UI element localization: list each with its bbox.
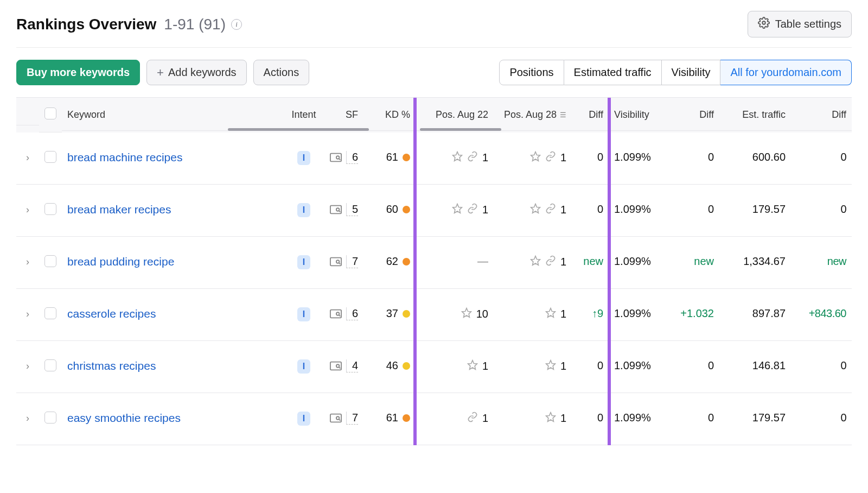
keyword-link[interactable]: bread machine recipes	[67, 151, 182, 163]
pos-current: 1	[499, 203, 566, 217]
star-icon	[545, 359, 556, 373]
svg-point-0	[762, 21, 765, 24]
row-checkbox[interactable]	[44, 255, 56, 267]
star-icon	[530, 151, 541, 165]
position-value: 1	[482, 360, 488, 372]
kd-dot-icon	[403, 258, 410, 266]
expand-row-icon[interactable]: ›	[26, 413, 29, 424]
pos-prev: 1	[421, 203, 488, 217]
visibility-value: 1.099%	[609, 185, 669, 234]
expand-row-icon[interactable]: ›	[26, 152, 29, 163]
svg-line-3	[339, 159, 340, 160]
keyword-link[interactable]: bread maker recipes	[67, 203, 171, 216]
visibility-value: 1.099%	[609, 341, 669, 390]
view-tabs: PositionsEstimated trafficVisibilityAll …	[499, 60, 852, 85]
table-settings-button[interactable]: Table settings	[748, 11, 852, 37]
position-value: 1	[482, 412, 488, 425]
est-traffic-diff: 0	[791, 341, 852, 390]
keyword-link[interactable]: casserole recipes	[67, 307, 156, 320]
sf-count: 6	[346, 307, 358, 320]
position-value: 1	[560, 360, 566, 372]
view-tab[interactable]: Visibility	[662, 60, 721, 85]
pos-diff: 0	[572, 132, 609, 182]
position-value: 1	[560, 151, 566, 164]
view-tab[interactable]: All for yourdomain.com	[720, 60, 852, 85]
table-row: ›bread pudding recipeI762—1new1.099%new1…	[16, 237, 852, 289]
col-sf[interactable]: SF	[324, 99, 363, 131]
visibility-diff: 0	[669, 185, 719, 234]
keyword-link[interactable]: christmas recipes	[67, 359, 156, 372]
view-tab[interactable]: Estimated traffic	[564, 60, 662, 85]
pos-prev: —	[421, 255, 488, 268]
row-checkbox[interactable]	[44, 307, 56, 319]
visibility-value: 1.099%	[609, 237, 669, 286]
star-icon	[530, 255, 541, 269]
pos-diff: new	[572, 237, 609, 286]
svg-line-8	[339, 211, 340, 212]
serp-features-icon[interactable]	[330, 205, 342, 214]
est-traffic-diff: 0	[791, 132, 852, 182]
serp-link-icon	[545, 255, 556, 269]
kd-dot-icon	[403, 206, 410, 213]
position-value: 1	[560, 308, 566, 320]
col-diff2[interactable]: Diff	[669, 99, 719, 131]
position-value: 1	[560, 412, 566, 425]
plus-icon: +	[157, 67, 164, 79]
col-keyword[interactable]: Keyword	[62, 99, 283, 131]
row-checkbox[interactable]	[44, 151, 56, 163]
info-icon[interactable]: i	[231, 19, 242, 30]
intent-badge: I	[297, 412, 310, 426]
serp-features-icon[interactable]	[330, 257, 342, 267]
svg-marker-23	[468, 361, 477, 370]
serp-features-icon[interactable]	[330, 153, 342, 162]
table-row: ›christmas recipesI4461101.099%0146.810	[16, 341, 852, 393]
keyword-link[interactable]: easy smoothie recipes	[67, 412, 181, 424]
select-all-checkbox[interactable]	[44, 108, 56, 119]
col-visibility[interactable]: Visibility	[609, 99, 669, 131]
visibility-diff: new	[669, 237, 719, 286]
sf-count: 7	[346, 412, 358, 425]
kd-value: 61	[386, 151, 398, 163]
visibility-value: 1.099%	[609, 289, 669, 338]
svg-marker-28	[546, 413, 556, 422]
position-value: 1	[560, 256, 566, 268]
svg-line-27	[339, 419, 340, 421]
gear-icon	[758, 17, 770, 31]
position-value: 1	[482, 151, 488, 164]
sf-count: 7	[346, 255, 358, 268]
expand-row-icon[interactable]: ›	[26, 256, 29, 267]
row-checkbox[interactable]	[44, 412, 56, 424]
keyword-link[interactable]: bread pudding recipe	[67, 255, 174, 268]
star-icon	[461, 307, 472, 321]
expand-row-icon[interactable]: ›	[26, 204, 29, 215]
buy-keywords-button[interactable]: Buy more keywords	[16, 60, 140, 85]
col-kd[interactable]: KD %	[363, 99, 416, 131]
col-pos2[interactable]: Pos. Aug 28☰	[494, 99, 572, 131]
star-icon	[545, 412, 556, 425]
actions-button[interactable]: Actions	[253, 60, 310, 85]
expand-row-icon[interactable]: ›	[26, 308, 29, 319]
data-grid: Keyword Intent SF KD % Pos. Aug 22 Pos. …	[16, 97, 852, 445]
svg-marker-9	[453, 204, 462, 213]
serp-link-icon	[467, 412, 478, 425]
star-icon	[545, 307, 556, 321]
col-pos1[interactable]: Pos. Aug 22	[416, 99, 494, 131]
serp-features-icon[interactable]	[330, 361, 342, 371]
expand-row-icon[interactable]: ›	[26, 361, 29, 371]
col-intent[interactable]: Intent	[283, 99, 324, 131]
col-diff3[interactable]: Diff	[791, 99, 852, 131]
pos-prev: 1	[421, 359, 488, 373]
row-checkbox[interactable]	[44, 203, 56, 215]
visibility-diff: 0	[669, 341, 719, 390]
visibility-diff: 0	[669, 393, 719, 443]
col-diff1[interactable]: Diff	[572, 99, 609, 131]
col-est[interactable]: Est. traffic	[719, 99, 791, 131]
row-checkbox[interactable]	[44, 359, 56, 371]
est-traffic-value: 179.57	[719, 393, 791, 443]
add-keywords-button[interactable]: + Add keywords	[146, 60, 246, 85]
serp-features-icon[interactable]	[330, 413, 342, 423]
view-tab[interactable]: Positions	[499, 60, 564, 85]
pos-prev: 1	[421, 412, 488, 425]
serp-features-icon[interactable]	[330, 309, 342, 319]
kd-value: 60	[386, 203, 398, 216]
